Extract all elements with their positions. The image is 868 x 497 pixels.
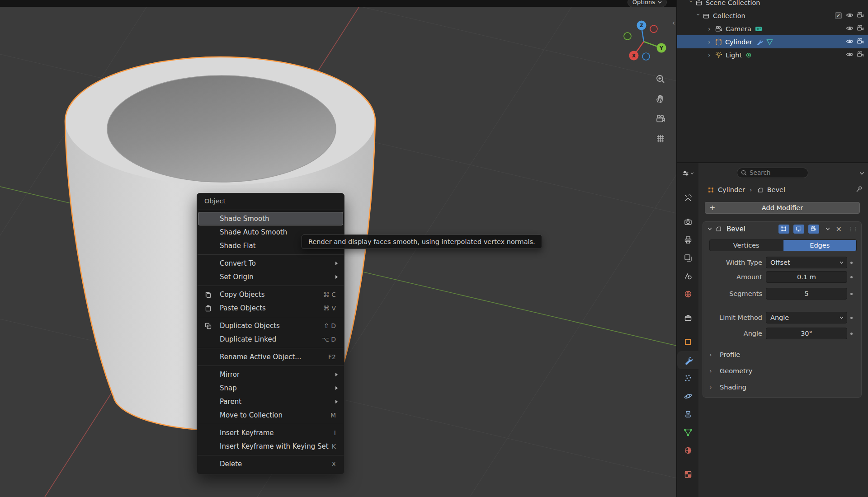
tab-particles[interactable] [677,369,698,387]
header-dropdown-icon[interactable] [859,169,864,177]
disable-render-icon[interactable] [857,38,864,46]
mesh-data-badge-icon[interactable] [766,39,773,45]
submenu-arrow-icon [335,262,338,265]
menu-item-parent[interactable]: Parent [198,395,343,408]
search-input[interactable] [750,169,799,176]
menu-item-mirror[interactable]: Mirror [198,368,343,381]
menu-item-copy-objects[interactable]: Copy Objects⌘ C [198,288,343,301]
menu-item-paste-objects[interactable]: Paste Objects⌘ V [198,301,343,315]
edit-mode-display-toggle[interactable] [778,225,789,234]
camera-view-icon[interactable] [654,113,666,125]
breadcrumb-object[interactable]: Cylinder [718,186,745,193]
pan-hand-icon[interactable] [654,93,666,105]
tab-material[interactable] [677,441,698,459]
options-button[interactable]: Options [627,0,667,7]
animate-dot[interactable] [847,317,855,319]
hide-eye-icon[interactable] [846,38,854,46]
region-collapse-icon[interactable]: ‹ [672,19,675,27]
gizmo-neg-x[interactable] [650,25,657,33]
panel-expand-icon[interactable] [708,227,712,230]
light-data-badge-icon[interactable] [745,52,752,58]
limit-method-dropdown[interactable]: Angle [766,312,847,324]
3d-viewport[interactable]: Options ‹ Z Y X [0,0,676,497]
close-icon[interactable]: × [836,225,842,233]
animate-dot[interactable] [847,293,855,295]
add-modifier-button[interactable]: + Add Modifier [705,202,860,214]
menu-item-shade-smooth[interactable]: Shade Smooth [198,212,343,225]
gizmo-x-ball[interactable]: X [629,51,639,61]
section-profile[interactable]: › Profile [703,348,861,361]
drag-handle-icon[interactable]: ⋮⋮ [848,225,858,232]
menu-item-move-to-collection[interactable]: Move to CollectionM [198,408,343,422]
menu-item-insert-keyframe-keying-set[interactable]: Insert Keyframe with Keying SetK [198,440,343,453]
hide-eye-icon[interactable] [846,12,854,19]
animate-dot[interactable] [847,262,855,264]
menu-item-snap[interactable]: Snap [198,381,343,395]
hide-eye-icon[interactable] [846,52,854,59]
menu-item-duplicate-objects[interactable]: Duplicate Objects⇧ D [198,319,343,333]
tab-texture[interactable] [677,465,698,483]
tab-world[interactable] [677,285,698,303]
tab-physics[interactable] [677,387,698,405]
camera-data-badge-icon[interactable] [755,26,762,32]
expand-icon[interactable]: › [708,52,714,59]
menu-item-set-origin[interactable]: Set Origin [198,270,343,284]
section-geometry[interactable]: › Geometry [703,365,861,377]
breadcrumb-modifier[interactable]: Bevel [767,186,785,193]
menu-item-delete[interactable]: DeleteX [198,457,343,471]
menu-item-convert-to[interactable]: Convert To [198,257,343,270]
width-type-dropdown[interactable]: Offset [766,257,847,268]
affect-vertices-button[interactable]: Vertices [709,239,783,251]
tab-collection[interactable] [677,309,698,327]
disable-render-icon[interactable] [857,12,864,19]
section-shading[interactable]: › Shading [703,381,861,394]
tab-object[interactable] [677,333,698,351]
tab-view-layer[interactable] [677,249,698,267]
outliner-row-scene-collection[interactable]: › Scene Collection [677,0,868,9]
tab-constraints[interactable] [677,405,698,423]
realtime-display-toggle[interactable] [793,225,804,234]
menu-item-insert-keyframe[interactable]: Insert KeyframeI [198,426,343,440]
gizmo-z-ball[interactable]: Z [637,21,646,30]
modifier-wrench-badge-icon[interactable] [756,38,763,45]
tab-output[interactable] [677,231,698,249]
tab-object-data[interactable] [677,423,698,441]
disable-render-icon[interactable] [857,51,864,59]
menu-item-rename-active-object[interactable]: Rename Active Object...F2 [198,350,343,364]
pin-icon[interactable] [855,186,863,194]
tab-modifiers[interactable] [677,351,698,369]
expand-icon[interactable]: › [695,13,702,19]
zoom-icon[interactable] [654,73,666,85]
hide-eye-icon[interactable] [846,25,854,33]
outliner-row-light[interactable]: › Light [677,48,868,61]
angle-field[interactable]: 30° [766,328,847,339]
render-display-toggle[interactable] [808,225,819,234]
segments-field[interactable]: 5 [766,288,847,300]
affect-edges-button[interactable]: Edges [783,239,857,251]
tab-scene[interactable] [677,267,698,285]
expand-icon[interactable]: › [688,0,695,6]
menu-item-duplicate-linked[interactable]: Duplicate Linked⌥ D [198,333,343,346]
search-box[interactable] [737,168,808,178]
tab-render[interactable] [677,213,698,231]
disable-render-icon[interactable] [857,25,864,33]
animate-dot[interactable] [847,333,855,335]
gizmo-neg-y[interactable] [624,33,631,40]
expand-icon[interactable]: › [708,25,714,33]
toggle-grid-icon[interactable] [654,132,666,145]
modifier-name[interactable]: Bevel [726,225,774,233]
expand-icon[interactable]: › [708,38,714,46]
animate-dot[interactable] [847,276,855,278]
amount-field[interactable]: 0.1 m [766,271,847,283]
editor-type-selector[interactable] [677,163,698,183]
gizmo-y-ball[interactable]: Y [657,43,666,53]
gizmo-neg-z[interactable] [642,53,650,60]
collection-checkbox[interactable]: ✓ [835,12,842,19]
outliner-row-camera[interactable]: › Camera [677,22,868,35]
outliner-label: Collection [713,12,745,19]
outliner-row-cylinder[interactable]: › Cylinder [677,35,868,48]
navigation-gizmo[interactable]: Z Y X [618,16,669,67]
tab-tool[interactable] [677,189,698,207]
modifier-extras-icon[interactable] [826,227,830,230]
outliner-row-collection[interactable]: › Collection ✓ [677,9,868,22]
